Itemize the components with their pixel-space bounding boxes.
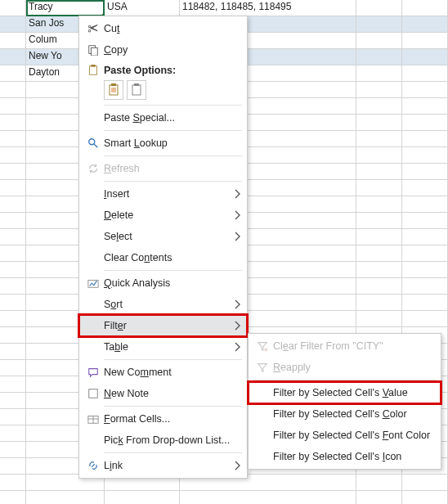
menu-new-comment[interactable]: New Comment xyxy=(79,362,247,383)
cell[interactable] xyxy=(0,147,26,164)
cell[interactable] xyxy=(0,82,26,98)
cell[interactable] xyxy=(356,180,402,196)
cell[interactable] xyxy=(0,409,26,425)
cell[interactable] xyxy=(0,475,26,491)
menu-clear-contents[interactable]: Clear Contents xyxy=(79,247,247,268)
submenu-filter-by-value[interactable]: Filter by Selected Cell's Value xyxy=(249,382,441,403)
cell[interactable] xyxy=(356,33,402,49)
paste-option-default[interactable] xyxy=(104,80,123,100)
menu-cut[interactable]: Cut xyxy=(79,18,247,39)
cell[interactable] xyxy=(402,229,448,245)
cell[interactable] xyxy=(356,311,402,327)
menu-copy[interactable]: Copy xyxy=(79,39,247,61)
cell[interactable] xyxy=(356,196,402,213)
cell[interactable] xyxy=(402,0,448,16)
cell[interactable] xyxy=(356,115,402,131)
cell[interactable] xyxy=(402,147,448,164)
cell[interactable] xyxy=(0,213,26,229)
cell[interactable] xyxy=(402,16,448,33)
submenu-filter-by-icon[interactable]: Filter by Selected Cell's Icon xyxy=(249,446,441,467)
cell[interactable] xyxy=(0,442,26,458)
cell[interactable] xyxy=(105,491,180,504)
cell[interactable] xyxy=(402,475,448,491)
cell[interactable] xyxy=(402,278,448,295)
cell[interactable] xyxy=(402,98,448,115)
cell[interactable] xyxy=(0,164,26,180)
submenu-filter-by-color[interactable]: Filter by Selected Cell's Color xyxy=(249,403,441,425)
cell[interactable] xyxy=(0,115,26,131)
cell[interactable] xyxy=(356,16,402,33)
cell[interactable] xyxy=(0,393,26,409)
cell[interactable] xyxy=(0,311,26,327)
cell[interactable] xyxy=(356,229,402,245)
menu-format-cells[interactable]: Format Cells... xyxy=(79,408,247,430)
menu-filter[interactable]: Filter xyxy=(79,315,247,336)
menu-smart-lookup[interactable]: Smart Lookup xyxy=(79,133,247,154)
cell-ids[interactable]: 118482, 118485, 118495 xyxy=(180,0,356,16)
cell[interactable] xyxy=(402,65,448,82)
cell[interactable] xyxy=(356,491,402,504)
cell[interactable] xyxy=(0,425,26,442)
cell[interactable] xyxy=(402,491,448,504)
cell[interactable] xyxy=(356,164,402,180)
cell[interactable] xyxy=(402,33,448,49)
cell[interactable] xyxy=(402,295,448,311)
menu-insert[interactable]: Insert xyxy=(79,183,247,205)
cell[interactable] xyxy=(0,295,26,311)
row-handle[interactable] xyxy=(0,16,26,33)
cell[interactable] xyxy=(402,245,448,262)
menu-link[interactable]: Link xyxy=(79,455,247,476)
cell[interactable] xyxy=(0,344,26,360)
cell[interactable] xyxy=(356,82,402,98)
row-handle[interactable] xyxy=(0,49,26,65)
cell[interactable] xyxy=(0,196,26,213)
cell[interactable] xyxy=(0,180,26,196)
cell[interactable] xyxy=(0,245,26,262)
cell[interactable] xyxy=(402,196,448,213)
menu-new-note[interactable]: New Note xyxy=(79,383,247,404)
cell[interactable] xyxy=(402,262,448,278)
row-handle[interactable] xyxy=(0,65,26,82)
cell[interactable] xyxy=(356,65,402,82)
cell[interactable] xyxy=(0,262,26,278)
cell[interactable] xyxy=(356,98,402,115)
cell[interactable] xyxy=(402,131,448,147)
cell[interactable] xyxy=(356,0,402,16)
row-handle[interactable] xyxy=(0,0,26,16)
cell[interactable] xyxy=(402,164,448,180)
cell[interactable] xyxy=(402,180,448,196)
menu-quick-analysis[interactable]: Quick Analysis xyxy=(79,272,247,294)
submenu-filter-by-font-color[interactable]: Filter by Selected Cell's Font Color xyxy=(249,425,441,446)
cell[interactable] xyxy=(356,278,402,295)
cell-country[interactable]: USA xyxy=(105,0,180,16)
cell[interactable] xyxy=(356,147,402,164)
cell[interactable] xyxy=(402,49,448,65)
cell[interactable] xyxy=(0,278,26,295)
cell[interactable] xyxy=(402,82,448,98)
cell[interactable] xyxy=(356,475,402,491)
cell[interactable] xyxy=(356,262,402,278)
cell[interactable] xyxy=(402,115,448,131)
cell[interactable] xyxy=(356,213,402,229)
cell[interactable] xyxy=(0,376,26,393)
cell[interactable] xyxy=(0,98,26,115)
cell[interactable] xyxy=(0,229,26,245)
cell[interactable] xyxy=(0,458,26,475)
cell[interactable] xyxy=(356,131,402,147)
cell[interactable] xyxy=(0,360,26,376)
cell[interactable] xyxy=(402,311,448,327)
menu-sort[interactable]: Sort xyxy=(79,294,247,315)
paste-option-values[interactable] xyxy=(127,80,146,100)
cell[interactable] xyxy=(356,295,402,311)
cell-city[interactable]: Tracy xyxy=(26,0,105,16)
cell[interactable] xyxy=(26,491,105,504)
cell[interactable] xyxy=(0,491,26,504)
menu-pick-from-list[interactable]: Pick From Drop-down List... xyxy=(79,430,247,451)
cell[interactable] xyxy=(0,131,26,147)
menu-delete[interactable]: Delete xyxy=(79,205,247,226)
menu-paste-special[interactable]: Paste Special... xyxy=(79,107,247,128)
cell[interactable] xyxy=(180,491,356,504)
row-handle[interactable] xyxy=(0,33,26,49)
menu-select[interactable]: Select xyxy=(79,226,247,247)
cell[interactable] xyxy=(0,327,26,344)
